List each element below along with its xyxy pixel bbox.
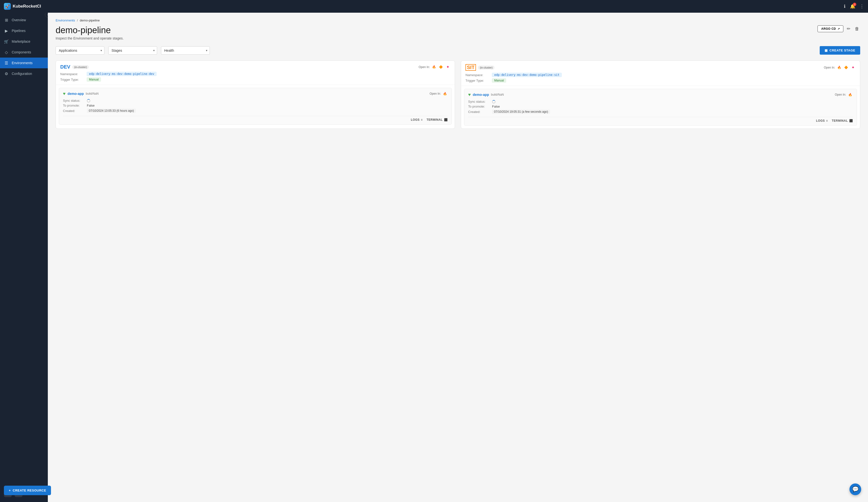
navbar-actions: ℹ 🔔 1 ⋮: [844, 4, 864, 9]
configuration-icon: ⚙: [4, 71, 9, 76]
open-in-label-dev: Open In:: [418, 65, 430, 69]
stage-card-dev: DEV (in-cluster) Open In: 🔥 🔶 ✦: [55, 61, 455, 129]
delete-button[interactable]: 🗑: [854, 25, 860, 32]
sidebar-item-components[interactable]: ◇ Components: [0, 47, 48, 57]
pipelines-icon: ▶: [4, 28, 9, 33]
kibana-icon-sit[interactable]: ✦: [850, 65, 856, 70]
kibana-icon-dev[interactable]: ✦: [445, 64, 450, 70]
stage-card-sit: SIT (in-cluster) Open In: 🔥 🔶 ✦: [461, 61, 860, 129]
breadcrumb-current: demo-pipeline: [80, 19, 100, 22]
page-actions: ARGO CD ↗ ✏ 🗑: [817, 25, 860, 32]
build-badge-dev: build/NaN: [86, 92, 99, 95]
info-icon: ℹ: [844, 4, 846, 9]
stage-cluster-dev: (in-cluster): [72, 65, 89, 69]
sidebar-item-environments[interactable]: ☰ Environments: [0, 57, 48, 68]
page-title: demo-pipeline: [55, 25, 111, 35]
prometheus-icon-dev[interactable]: 🔥: [431, 64, 437, 70]
stage-header-dev: DEV (in-cluster) Open In: 🔥 🔶 ✦: [56, 61, 455, 85]
stage-name-wrap-sit: SIT (in-cluster): [465, 64, 495, 71]
sync-row-dev: Sync status:: [63, 99, 448, 103]
namespace-value-sit: edp-delivery-ms-dev-demo-pipeline-sit: [492, 73, 562, 77]
logs-label-sit: LOGS: [816, 119, 825, 123]
brand: 🚀 KubeRocketCI: [4, 3, 841, 10]
sidebar-item-label: Marketplace: [12, 40, 30, 43]
app-meta-sit: Sync status: To promote: False Created: …: [468, 100, 853, 114]
app-card-header-dev: ♥ demo-app build/NaN Open In: 🔥: [63, 91, 448, 96]
sidebar-item-configuration[interactable]: ⚙ Configuration: [0, 68, 48, 79]
trigger-label-dev: Trigger Type:: [60, 78, 85, 82]
terminal-icon-sit: ⬛: [849, 119, 853, 123]
breadcrumb: Environments / demo-pipeline: [55, 19, 860, 22]
promote-label-sit: To promote:: [468, 105, 490, 108]
create-stage-button[interactable]: ▦ CREATE STAGE: [820, 46, 860, 55]
applications-filter[interactable]: Applications: [55, 46, 104, 55]
stage-namespace-row-sit: Namespace: edp-delivery-ms-dev-demo-pipe…: [465, 73, 856, 77]
filters-row: Applications ▾ Stages ▾ Health ▾: [55, 46, 860, 55]
app-card-title-sit: ♥ demo-app build/NaN: [468, 92, 504, 97]
create-stage-icon: ▦: [825, 49, 828, 52]
grafana-icon-sit[interactable]: 🔶: [843, 65, 849, 70]
trigger-value-sit: Manual: [492, 78, 506, 83]
delete-icon: 🗑: [855, 27, 859, 31]
brand-title: KubeRocketCI: [13, 4, 41, 9]
chat-icon: 💬: [852, 486, 859, 492]
app-prometheus-icon-dev[interactable]: 🔥: [442, 91, 448, 96]
grafana-icon-dev[interactable]: 🔶: [438, 64, 444, 70]
stage-open-icons-sit: 🔥 🔶 ✦: [837, 65, 856, 70]
stages-filter[interactable]: Stages: [108, 46, 157, 55]
sidebar-item-pipelines[interactable]: ▶ Pipelines: [0, 25, 48, 36]
create-stage-label: CREATE STAGE: [829, 49, 855, 52]
page-subtitle: Inspect the Environment and operate stag…: [55, 36, 860, 40]
chat-fab-button[interactable]: 💬: [849, 483, 861, 495]
health-filter[interactable]: Health: [161, 46, 210, 55]
sync-spinner-sit: [492, 100, 495, 103]
stage-header-top-sit: SIT (in-cluster) Open In: 🔥 🔶 ✦: [465, 64, 856, 71]
sidebar-item-marketplace[interactable]: 🛒 Marketplace: [0, 36, 48, 47]
main-content: Environments / demo-pipeline demo-pipeli…: [48, 13, 868, 502]
external-link-icon: ↗: [837, 27, 840, 31]
app-card-dev: ♥ demo-app build/NaN Open In: 🔥 S: [59, 88, 452, 125]
breadcrumb-environments[interactable]: Environments: [55, 19, 75, 22]
logs-button-dev[interactable]: LOGS ≡: [411, 118, 423, 122]
namespace-value-dev: edp-delivery-ms-dev-demo-pipeline-dev: [86, 72, 157, 76]
sync-spinner-dev: [87, 99, 90, 103]
stage-trigger-row-dev: Trigger Type: Manual: [60, 77, 450, 82]
trigger-label-sit: Trigger Type:: [465, 79, 490, 82]
argo-cd-label: ARGO CD: [821, 27, 836, 31]
app-name-dev[interactable]: demo-app: [68, 92, 84, 96]
created-value-sit: 07/10/2024 19:05:31 (a few seconds ago): [492, 109, 550, 114]
promote-value-sit: False: [492, 105, 500, 108]
health-heart-icon-dev: ♥: [63, 91, 66, 96]
sidebar-item-overview[interactable]: ⊞ Overview: [0, 15, 48, 25]
stage-name-wrap-dev: DEV (in-cluster): [60, 64, 89, 70]
build-badge-sit: build/NaN: [491, 93, 504, 96]
app-prometheus-icon-sit[interactable]: 🔥: [848, 92, 853, 97]
terminal-button-dev[interactable]: TERMINAL ⬛: [427, 118, 448, 122]
create-resource-button[interactable]: + CREATE RESOURCE: [4, 486, 51, 495]
app-open-in-label-sit: Open In:: [835, 93, 846, 96]
environments-icon: ☰: [4, 61, 9, 65]
marketplace-icon: 🛒: [4, 39, 9, 44]
edit-icon: ✏: [847, 26, 850, 31]
edit-button[interactable]: ✏: [846, 25, 851, 32]
app-name-sit[interactable]: demo-app: [473, 93, 489, 97]
terminal-button-sit[interactable]: TERMINAL ⬛: [832, 119, 853, 123]
prometheus-icon-sit[interactable]: 🔥: [837, 65, 842, 70]
stage-meta-dev: Namespace: edp-delivery-ms-dev-demo-pipe…: [60, 72, 450, 82]
notifications-button[interactable]: 🔔 1: [850, 4, 855, 9]
menu-button[interactable]: ⋮: [860, 4, 864, 9]
stage-header-sit: SIT (in-cluster) Open In: 🔥 🔶 ✦: [461, 61, 860, 86]
sidebar-item-label: Pipelines: [12, 29, 25, 33]
info-button[interactable]: ℹ: [844, 4, 846, 9]
sidebar-item-label: Components: [12, 50, 31, 54]
sync-row-sit: Sync status:: [468, 100, 853, 103]
logs-button-sit[interactable]: LOGS ≡: [816, 119, 828, 123]
namespace-label-dev: Namespace:: [60, 72, 85, 76]
argo-cd-button[interactable]: ARGO CD ↗: [817, 25, 843, 32]
app-card-title-dev: ♥ demo-app build/NaN: [63, 91, 99, 96]
sidebar-item-label: Configuration: [12, 72, 32, 76]
logs-label-dev: LOGS: [411, 118, 420, 122]
sync-label-dev: Sync status:: [63, 99, 85, 103]
stage-cluster-sit: (in-cluster): [478, 66, 495, 70]
health-heart-icon-sit: ♥: [468, 92, 471, 97]
